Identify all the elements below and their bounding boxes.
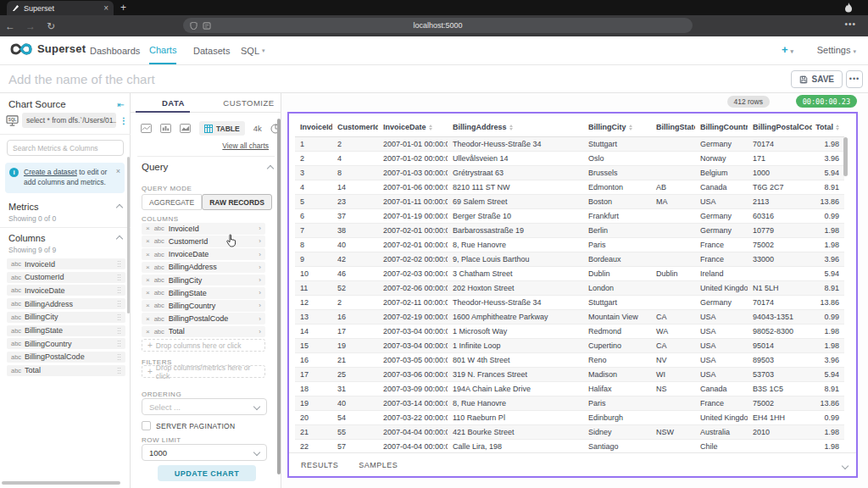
- create-dataset-link[interactable]: Create a dataset: [24, 168, 77, 176]
- alert-close-icon[interactable]: ×: [116, 166, 120, 177]
- chevron-right-icon[interactable]: ›: [259, 237, 261, 245]
- remove-icon[interactable]: ×: [146, 302, 150, 309]
- dataset-name[interactable]: select * from dfs.`/Users/01...: [22, 113, 116, 128]
- column-header[interactable]: BillingAddress: [448, 119, 583, 136]
- sort-icon[interactable]: [509, 125, 513, 130]
- dataset-menu-icon[interactable]: ⋮: [120, 116, 128, 125]
- remove-icon[interactable]: ×: [146, 289, 150, 297]
- metrics-collapse-icon[interactable]: [116, 204, 123, 211]
- tab-customize[interactable]: CUSTOMIZE: [211, 93, 287, 113]
- viz-big-number[interactable]: 4k: [253, 124, 262, 133]
- drag-handle-icon[interactable]: [117, 327, 121, 335]
- column-chip[interactable]: abcInvoiceDate: [7, 285, 125, 296]
- drag-handle-icon[interactable]: [117, 353, 121, 361]
- query-column-chip[interactable]: ×abcTotal›: [142, 326, 265, 338]
- query-column-chip[interactable]: ×abcBillingPostalCode›: [142, 313, 265, 324]
- forward-icon[interactable]: →: [20, 20, 41, 32]
- drag-handle-icon[interactable]: [117, 260, 121, 268]
- more-options-button[interactable]: •••: [846, 70, 863, 88]
- collapse-results-icon[interactable]: [842, 463, 849, 469]
- tab-data[interactable]: DATA: [136, 93, 211, 113]
- drag-handle-icon[interactable]: [117, 367, 121, 374]
- browser-tab[interactable]: Superset ×: [7, 1, 114, 15]
- area-chart-icon[interactable]: [180, 124, 191, 133]
- column-header[interactable]: CustomerId: [332, 119, 378, 136]
- remove-icon[interactable]: ×: [146, 276, 150, 284]
- left-panel-horizontal-scrollbar[interactable]: [2, 481, 120, 485]
- chevron-right-icon[interactable]: ›: [259, 263, 261, 271]
- chevron-right-icon[interactable]: ›: [259, 302, 261, 309]
- drag-handle-icon[interactable]: [117, 313, 121, 321]
- column-chip[interactable]: abcBillingCity: [7, 312, 125, 323]
- save-button[interactable]: SAVE: [791, 70, 843, 88]
- filters-dropzone[interactable]: +Drop columns/metrics here or click: [142, 365, 265, 378]
- drag-handle-icon[interactable]: [117, 340, 121, 347]
- row-limit-select[interactable]: 1000: [142, 444, 267, 461]
- chevron-right-icon[interactable]: ›: [259, 315, 261, 323]
- query-collapse-icon[interactable]: [267, 165, 274, 172]
- table-scrollbar[interactable]: [843, 137, 848, 176]
- chevron-right-icon[interactable]: ›: [259, 251, 261, 258]
- drag-handle-icon[interactable]: [117, 300, 121, 308]
- column-chip[interactable]: abcBillingCountry: [7, 338, 125, 349]
- browser-menu-icon[interactable]: •••: [844, 19, 856, 29]
- nav-charts[interactable]: Charts: [149, 36, 176, 64]
- aggregate-button[interactable]: AGGREGATE: [142, 194, 202, 210]
- query-column-chip[interactable]: ×abcBillingAddress›: [142, 262, 265, 274]
- query-column-chip[interactable]: ×abcCustomerId›: [142, 236, 265, 247]
- query-column-chip[interactable]: ×abcBillingCity›: [142, 274, 265, 286]
- line-chart-icon[interactable]: [141, 124, 152, 133]
- tab-close-icon[interactable]: ×: [103, 4, 108, 13]
- column-chip[interactable]: abcBillingPostalCode: [7, 352, 125, 363]
- column-header[interactable]: Total: [812, 119, 844, 136]
- back-icon[interactable]: ←: [0, 20, 20, 32]
- settings-menu[interactable]: Settings▾: [817, 45, 856, 55]
- address-bar[interactable]: localhost:5000: [183, 18, 693, 33]
- chevron-right-icon[interactable]: ›: [259, 328, 261, 336]
- column-chip[interactable]: abcBillingAddress: [7, 298, 125, 309]
- remove-icon[interactable]: ×: [146, 237, 150, 245]
- drag-handle-icon[interactable]: [117, 274, 121, 281]
- view-all-charts-link[interactable]: View all charts: [222, 141, 269, 150]
- nav-dashboards[interactable]: Dashboards: [90, 36, 140, 64]
- chevron-right-icon[interactable]: ›: [259, 225, 261, 232]
- drag-handle-icon[interactable]: [117, 286, 121, 294]
- column-header[interactable]: BillingCity: [583, 119, 651, 136]
- column-header[interactable]: InvoiceDate: [378, 119, 448, 136]
- chart-title-placeholder[interactable]: Add the name of the chart: [8, 72, 155, 86]
- update-chart-button[interactable]: UPDATE CHART: [158, 465, 256, 481]
- bar-chart-icon[interactable]: [160, 124, 171, 133]
- remove-icon[interactable]: ×: [146, 328, 150, 336]
- new-chart-button[interactable]: +▾: [782, 43, 793, 56]
- server-pagination-checkbox[interactable]: [142, 421, 151, 430]
- new-tab-icon[interactable]: +: [120, 2, 126, 14]
- query-column-chip[interactable]: ×abcInvoiceId›: [142, 223, 265, 235]
- column-chip[interactable]: abcCustomerId: [7, 272, 125, 283]
- column-header[interactable]: InvoiceId: [295, 119, 332, 136]
- remove-icon[interactable]: ×: [146, 315, 150, 323]
- remove-icon[interactable]: ×: [146, 251, 150, 258]
- sort-icon[interactable]: [629, 125, 632, 130]
- column-chip[interactable]: abcBillingState: [7, 325, 125, 336]
- tab-results[interactable]: RESULTS: [301, 461, 338, 469]
- query-column-chip[interactable]: ×abcBillingCountry›: [142, 300, 265, 312]
- query-column-chip[interactable]: ×abcBillingState›: [142, 287, 265, 299]
- reload-icon[interactable]: ↻: [41, 20, 61, 32]
- column-header[interactable]: BillingState: [651, 119, 695, 136]
- column-header[interactable]: BillingCountry: [695, 119, 748, 136]
- control-panel-scrollbar[interactable]: [277, 119, 281, 474]
- chevron-right-icon[interactable]: ›: [259, 289, 261, 297]
- column-header[interactable]: BillingPostalCode: [748, 119, 812, 136]
- nav-datasets[interactable]: Datasets: [193, 36, 230, 64]
- query-column-chip[interactable]: ×abcInvoiceDate›: [142, 248, 265, 260]
- chevron-right-icon[interactable]: ›: [259, 276, 261, 284]
- left-panel-scrollbar[interactable]: [127, 157, 130, 313]
- column-chip[interactable]: abcInvoiceId: [7, 258, 125, 269]
- tab-samples[interactable]: SAMPLES: [359, 461, 398, 469]
- remove-icon[interactable]: ×: [146, 225, 150, 232]
- remove-icon[interactable]: ×: [146, 263, 150, 271]
- sort-icon[interactable]: [429, 125, 432, 130]
- superset-logo[interactable]: Superset: [10, 42, 86, 55]
- column-chip[interactable]: abcTotal: [7, 365, 125, 376]
- sort-icon[interactable]: [836, 125, 839, 130]
